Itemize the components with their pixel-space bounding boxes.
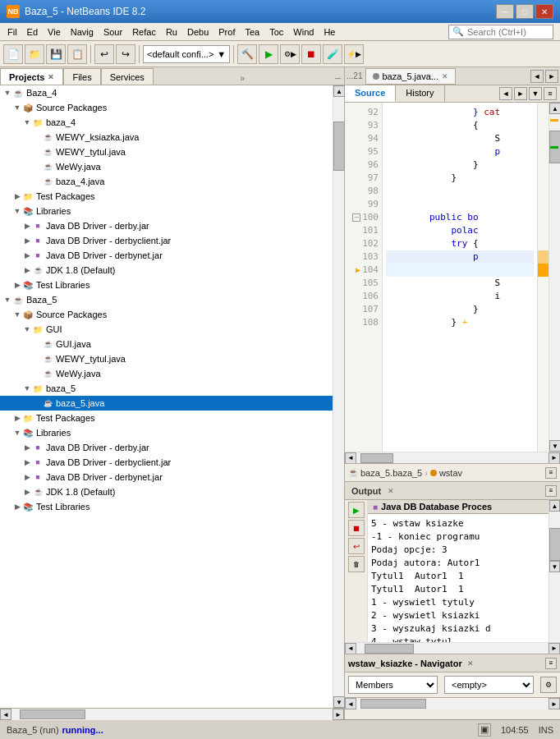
output-scroll-thumb[interactable] xyxy=(549,528,560,561)
build-button[interactable]: 🔨 xyxy=(237,44,257,64)
tree-item-baza4-test[interactable]: ▶ 📁 Test Packages xyxy=(0,189,333,204)
tree-item-baza5-derbynet[interactable]: ▶ ■ Java DB Driver - derbynet.jar xyxy=(0,470,333,484)
tree-item-baza4[interactable]: ▼ ☕ Baza_4 xyxy=(0,85,333,100)
tree-item-wewy[interactable]: ☕ WeWy.java xyxy=(0,159,333,174)
nav-h-thumb[interactable] xyxy=(360,699,426,709)
output-h-scroll[interactable]: ◄ ► xyxy=(345,642,560,654)
editor-h-track[interactable] xyxy=(356,452,549,464)
menu-refactor[interactable]: Refac xyxy=(128,25,160,39)
tree-item-baza5-src[interactable]: ▼ 📦 Source Packages xyxy=(0,307,333,322)
breadcrumb-method[interactable]: wstav xyxy=(439,468,462,478)
debug-button[interactable]: ⚙▶ xyxy=(280,44,300,64)
scroll-down-button[interactable]: ▼ xyxy=(333,696,345,708)
tree-item-baza5-wewy-t[interactable]: ☕ WEWY_tytul.java xyxy=(0,351,333,366)
breadcrumb-btn[interactable]: ≡ xyxy=(545,467,557,479)
stop-button[interactable]: ⏹ xyxy=(301,44,321,64)
nav-scroll-right[interactable]: ► xyxy=(549,698,560,709)
editor-h-thumb[interactable] xyxy=(360,453,393,463)
tree-item-gui[interactable]: ▼ 📁 GUI xyxy=(0,322,333,337)
panel-options-button[interactable]: » xyxy=(239,72,247,85)
output-scroll-down[interactable]: ▼ xyxy=(549,561,560,572)
output-h-scroll-right[interactable]: ► xyxy=(549,643,560,654)
output-stop-btn[interactable]: ⏹ xyxy=(348,520,365,536)
tree-item-baza5-testlib[interactable]: ▶ 📚 Test Libraries xyxy=(0,499,333,514)
output-action-btn[interactable]: ≡ xyxy=(545,485,557,497)
tree-item-jdk[interactable]: ▶ ☕ JDK 1.8 (Default) xyxy=(0,263,333,278)
tree-item-baza4-pkg[interactable]: ▼ 📁 baza_4 xyxy=(0,115,333,130)
editor-scroll-track[interactable] xyxy=(549,114,560,440)
tree-scrollbar[interactable]: ▲ ▼ xyxy=(333,85,344,708)
close-button[interactable]: ✕ xyxy=(535,4,553,19)
nav-h-track[interactable] xyxy=(356,698,549,709)
editor-scroll-left[interactable]: ◄ xyxy=(345,452,356,464)
tree-item-baza5-java[interactable]: ☕ baza_5.java xyxy=(0,396,333,411)
h-scroll-track[interactable] xyxy=(11,709,333,720)
editor-action-btn3[interactable]: ▼ xyxy=(529,87,542,100)
nav-action-btn[interactable]: ≡ xyxy=(545,658,557,669)
panel-minimize-button[interactable]: ─ xyxy=(333,72,342,85)
editor-scroll-right[interactable]: ► xyxy=(549,452,560,464)
nav-settings-btn[interactable]: ⚙ xyxy=(540,677,557,693)
project-tree[interactable]: ▼ ☕ Baza_4 ▼ 📦 Source Packages ▼ xyxy=(0,85,333,708)
editor-h-scroll[interactable]: ◄ ► xyxy=(345,452,560,463)
output-h-track[interactable] xyxy=(356,643,549,654)
tab-files[interactable]: Files xyxy=(63,68,100,85)
tree-item-baza5[interactable]: ▼ ☕ Baza_5 xyxy=(0,292,333,307)
code-editor[interactable]: 92 93 94 95 96 97 98 99 ─ 100 xyxy=(345,103,560,452)
tree-item-baza4-java[interactable]: ☕ baza_4.java xyxy=(0,174,333,189)
breadcrumb-class[interactable]: baza_5.baza_5 xyxy=(360,468,422,478)
undo-button[interactable]: ↩ xyxy=(94,44,114,64)
tree-item-baza4-src[interactable]: ▼ 📦 Source Packages xyxy=(0,100,333,115)
code-content[interactable]: } cat { S xyxy=(383,103,537,452)
editor-scroll-left[interactable]: ◄ xyxy=(530,70,544,83)
members-dropdown[interactable]: Members xyxy=(348,676,438,694)
save-button[interactable]: 💾 xyxy=(46,44,66,64)
nav-scroll-left[interactable]: ◄ xyxy=(345,698,356,709)
output-scroll-up[interactable]: ▲ xyxy=(549,500,560,512)
new-file-button[interactable]: 📄 xyxy=(3,44,23,64)
tree-item-derbyclient[interactable]: ▶ ■ Java DB Driver - derbyclient.jar xyxy=(0,233,333,248)
output-clear-btn[interactable]: 🗑 xyxy=(348,556,365,572)
scroll-thumb[interactable] xyxy=(333,122,345,171)
profile-button[interactable]: ⚡▶ xyxy=(344,44,364,64)
menu-profile[interactable]: Prof xyxy=(214,25,239,39)
menu-edit[interactable]: Ed xyxy=(23,25,42,39)
output-scroll-track[interactable] xyxy=(549,528,560,561)
nav-h-scroll[interactable]: ◄ ► xyxy=(345,697,560,709)
open-project-button[interactable]: 📁 xyxy=(25,44,44,64)
output-rerun-btn[interactable]: ↩ xyxy=(348,538,365,554)
tree-item-baza5-jdk[interactable]: ▶ ☕ JDK 1.8 (Default) xyxy=(0,484,333,499)
redo-button[interactable]: ↪ xyxy=(116,44,135,64)
h-scroll-thumb[interactable] xyxy=(20,709,85,719)
editor-action-btn1[interactable]: ◄ xyxy=(499,87,512,100)
tree-item-baza5-lib[interactable]: ▼ 📚 Libraries xyxy=(0,425,333,440)
editor-scrollbar[interactable]: ▲ ▼ xyxy=(549,103,560,452)
output-tab-label[interactable]: Output xyxy=(348,486,384,496)
tab-history[interactable]: History xyxy=(396,85,444,102)
nav-tab-close[interactable]: ✕ xyxy=(467,659,474,668)
menu-window[interactable]: Wind xyxy=(289,25,318,39)
maximize-button[interactable]: □ xyxy=(516,4,534,19)
minimize-button[interactable]: ─ xyxy=(496,4,514,19)
menu-source[interactable]: Sour xyxy=(99,25,126,39)
menu-debug[interactable]: Debu xyxy=(183,25,213,39)
scroll-up-button[interactable]: ▲ xyxy=(333,85,345,97)
scroll-right-button[interactable]: ► xyxy=(333,709,344,720)
scroll-track[interactable] xyxy=(333,97,344,696)
tree-item-baza4-testlib[interactable]: ▶ 📚 Test Libraries xyxy=(0,278,333,292)
scroll-left-button[interactable]: ◄ xyxy=(0,709,11,720)
tree-item-gui-java[interactable]: ☕ GUI.java xyxy=(0,337,333,351)
tree-item-wewy-k[interactable]: ☕ WEWY_ksiazka.java xyxy=(0,130,333,145)
tab-services[interactable]: Services xyxy=(101,68,154,85)
tree-item-baza5-pkg[interactable]: ▼ 📁 baza_5 xyxy=(0,381,333,396)
config-dropdown[interactable]: <default confi...> ▼ xyxy=(143,45,230,63)
menu-tools[interactable]: Toc xyxy=(265,25,287,39)
tab-projects-x[interactable]: ✕ xyxy=(48,73,54,81)
test-button[interactable]: 🧪 xyxy=(323,44,342,64)
tree-item-baza5-test[interactable]: ▶ 📁 Test Packages xyxy=(0,411,333,425)
output-scrollbar[interactable]: ▲ ▼ xyxy=(549,500,560,642)
tree-item-baza5-derbyclient[interactable]: ▶ ■ Java DB Driver - derbyclient.jar xyxy=(0,455,333,470)
output-h-thumb[interactable] xyxy=(365,644,414,654)
editor-tab-baza5[interactable]: baza_5.java... ✕ xyxy=(365,68,456,85)
search-input[interactable] xyxy=(467,27,549,37)
